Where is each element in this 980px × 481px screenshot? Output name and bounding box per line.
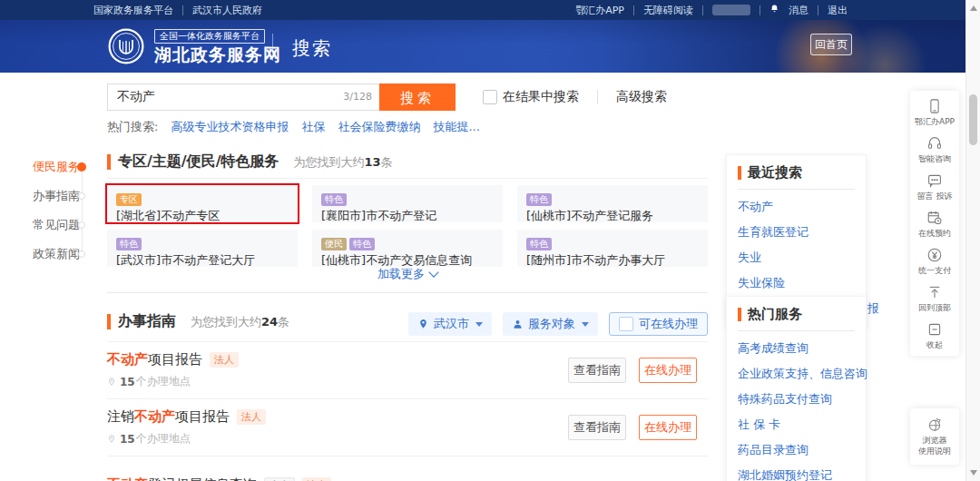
online-apply-button[interactable]: 在线办理 <box>639 415 697 440</box>
hot-service-link[interactable]: 社 保 卡 <box>738 417 855 433</box>
toolbar-label: 智能咨询 <box>912 154 957 164</box>
toolbar-unified-payment[interactable]: 统一支付 <box>910 247 959 276</box>
sidebar-item-label: 便民服务 <box>33 159 80 175</box>
bell-icon <box>769 4 779 16</box>
guide-item-project-report[interactable]: 不动产项目报告 法人 15个办理地点 查看指南 在线办理 <box>107 342 708 399</box>
city-filter-dropdown[interactable]: 武汉市 <box>408 312 492 336</box>
topbar-link-city-gov[interactable]: 武汉市人民政府 <box>192 4 262 17</box>
card-title: [襄阳市]市不动产登记 <box>321 208 494 224</box>
toolbar-smart-consult[interactable]: 智能咨询 <box>910 135 959 164</box>
hot-search-link[interactable]: 社会保险费缴纳 <box>338 119 420 135</box>
chevron-down-icon <box>428 267 438 277</box>
search-in-results-checkbox[interactable]: 在结果中搜索 <box>483 89 579 105</box>
hot-service-link[interactable]: 湖北婚姻预约登记 <box>738 467 855 481</box>
guide-item-title: 不动产项目报告 法人 <box>107 351 239 368</box>
divider <box>597 90 598 104</box>
topbar-link-national-platform[interactable]: 国家政务服务平台 <box>93 4 173 17</box>
site-header: 全国一体化政务服务平台 湖北政务服务网 搜索 回首页 <box>0 20 965 73</box>
search-input[interactable] <box>107 83 379 111</box>
recent-search-link[interactable]: 生育就医登记 <box>738 224 855 240</box>
zones-section-header: 专区/主题/便民/特色服务 为您找到大约13条 <box>107 152 393 172</box>
advanced-search-link[interactable]: 高级搜索 <box>616 89 667 105</box>
section-bar-icon <box>738 308 741 321</box>
divider <box>760 5 760 15</box>
search-in-results-label: 在结果中搜索 <box>503 89 579 105</box>
hot-service-link[interactable]: 企业政策支持、信息咨询 <box>738 366 855 382</box>
view-guide-button[interactable]: 查看指南 <box>568 358 626 383</box>
zone-card-xiangyang[interactable]: 特色 [襄阳市]市不动产登记 <box>312 185 503 222</box>
topbar-link-logout[interactable]: 退出 <box>828 4 848 17</box>
count-prefix: 为您找到大约 <box>294 155 365 169</box>
toolbar-feedback[interactable]: 留言 投诉 <box>910 172 959 201</box>
online-only-checkbox[interactable]: 可在线办理 <box>609 312 708 336</box>
username-redacted <box>712 5 750 15</box>
zone-card-xiantao-trade[interactable]: 便民特色 [仙桃市]不动产交易信息查询 <box>312 230 503 267</box>
collapse-icon <box>926 321 943 338</box>
guide-item-cancel-project-report[interactable]: 注销不动产项目报告 法人 15个办理地点 查看指南 在线办理 <box>107 399 708 456</box>
audience-filter-dropdown[interactable]: 服务对象 <box>503 312 598 336</box>
divider <box>702 5 703 15</box>
browser-help-line1: 浏览器 <box>923 436 947 445</box>
tag-convenience: 便民 <box>321 238 347 250</box>
topbar-link-app[interactable]: 鄂汇办APP <box>575 4 624 17</box>
location-suffix: 个办理地点 <box>136 374 191 389</box>
toolbar-collapse[interactable]: 收起 <box>910 321 959 350</box>
toolbar-booking[interactable]: 在线预约 <box>910 210 959 239</box>
hot-service-link[interactable]: 特殊药品支付查询 <box>738 391 855 407</box>
scrollbar[interactable] <box>965 0 980 481</box>
toolbar-label: 在线预约 <box>912 229 957 239</box>
count-number: 13 <box>365 155 381 169</box>
recent-search-link[interactable]: 失业 <box>738 250 855 266</box>
guide-item-ownership-query[interactable]: 不动产登记权属信息查询 个人 法人 <box>107 456 708 481</box>
sidebar-item-guides[interactable]: 办事指南 <box>0 182 91 211</box>
guide-item-locations: 15个办理地点 <box>107 374 239 389</box>
toolbar-back-to-top[interactable]: 回到顶部 <box>910 284 959 313</box>
scrollbar-thumb[interactable] <box>969 94 977 145</box>
toolbar-app[interactable]: 鄂汇办APP <box>910 98 959 127</box>
scroll-up-arrow-icon[interactable] <box>970 5 977 11</box>
view-guide-button[interactable]: 查看指南 <box>568 415 626 440</box>
tag-feature: 特色 <box>116 238 142 250</box>
hot-search-link[interactable]: 技能提... <box>433 119 479 135</box>
site-brand[interactable]: 全国一体化政务服务平台 湖北政务服务网 <box>107 27 281 65</box>
zone-card-suizhou-hall[interactable]: 特色 [随州市]市不动产办事大厅 <box>517 230 708 267</box>
zones-section-title: 专区/主题/便民/特色服务 <box>118 152 279 172</box>
sidebar-item-policy-news[interactable]: 政策新闻 <box>0 240 91 269</box>
back-to-top-icon <box>926 284 943 300</box>
zone-card-hubei-realestate[interactable]: 专区 [湖北省]不动产专区 <box>107 185 298 222</box>
sidebar-item-faq[interactable]: 常见问题 <box>0 211 91 240</box>
site-name: 湖北政务服务网 <box>154 45 281 64</box>
checkbox-icon[interactable] <box>483 90 497 104</box>
topbar-link-messages[interactable]: 消息 <box>789 4 808 17</box>
browser-help-widget[interactable]: 浏览器 使用说明 <box>910 408 959 465</box>
dot-icon <box>78 192 85 200</box>
hot-search-link[interactable]: 社保 <box>301 119 325 135</box>
sidebar-item-convenience-services[interactable]: 便民服务 <box>0 152 91 182</box>
home-button[interactable]: 回首页 <box>810 34 852 55</box>
toolbar-label: 回到顶部 <box>912 303 957 313</box>
load-more-button[interactable]: 加载更多 <box>107 266 708 282</box>
recent-search-link[interactable]: 不动产 <box>738 199 855 215</box>
search-button[interactable]: 搜索 <box>379 83 456 111</box>
guides-section-title: 办事指南 <box>118 312 176 331</box>
topbar-link-accessibility[interactable]: 无障碍阅读 <box>643 4 693 17</box>
title-text: 登记权属信息查询 <box>148 476 257 481</box>
headset-icon <box>926 135 943 152</box>
hot-service-link[interactable]: 药品目录查询 <box>738 442 855 458</box>
checkbox-icon[interactable] <box>619 317 633 331</box>
hot-search-link[interactable]: 高级专业技术资格申报 <box>171 119 289 135</box>
divider <box>272 34 273 61</box>
hot-service-link[interactable]: 高考成绩查询 <box>738 340 855 357</box>
hot-services-title: 热门服务 <box>738 306 855 331</box>
recent-search-link[interactable]: 失业保险 <box>738 275 855 291</box>
location-suffix: 个办理地点 <box>136 431 191 447</box>
zone-card-xiantao-registration[interactable]: 特色 [仙桃市]不动产登记服务 <box>517 185 708 222</box>
toolbar-label: 鄂汇办APP <box>912 117 957 127</box>
caret-down-icon <box>582 322 589 327</box>
zone-card-wuhan-hall[interactable]: 特色 [武汉市]市不动产登记大厅 <box>107 230 298 267</box>
page: 国家政务服务平台 武汉市人民政府 鄂汇办APP 无障碍阅读 消息 退出 <box>0 0 965 481</box>
section-bar-icon <box>738 166 741 180</box>
online-apply-button[interactable]: 在线办理 <box>639 358 697 383</box>
keyword-highlight: 不动产 <box>107 476 148 481</box>
scroll-down-arrow-icon[interactable] <box>970 470 977 476</box>
